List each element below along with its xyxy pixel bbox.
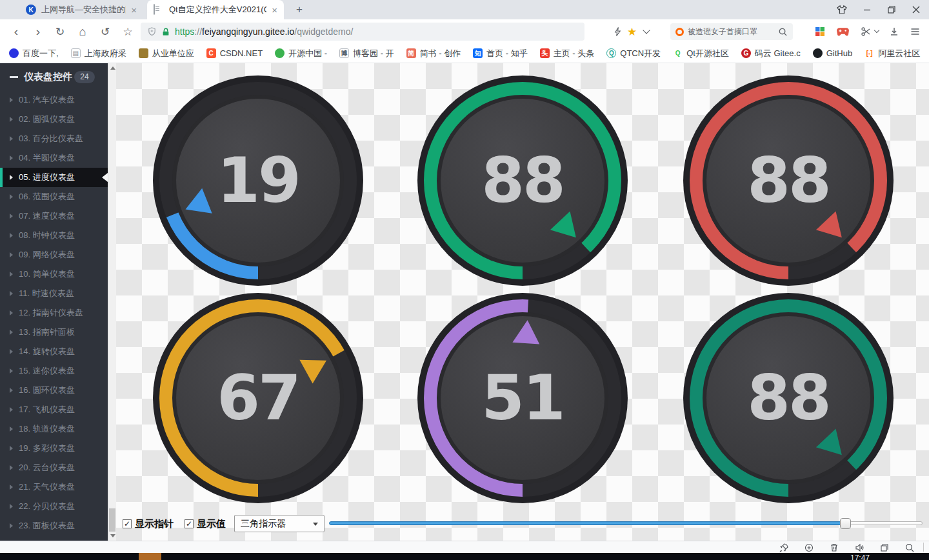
expand-arrow-icon [10, 291, 13, 296]
expand-arrow-icon [10, 97, 13, 103]
bookmark-item[interactable]: GitHub [813, 48, 852, 58]
sidebar-item-17[interactable]: 17. 飞机仪表盘 [0, 400, 108, 419]
sidebar-item-19[interactable]: 19. 多彩仪表盘 [0, 439, 108, 458]
bookmark-item[interactable]: ▤上海政府采 [71, 48, 126, 59]
forward-button[interactable]: › [30, 19, 46, 44]
sidebar-item-06[interactable]: 06. 范围仪表盘 [0, 187, 108, 206]
sidebar-item-02[interactable]: 02. 圆弧仪表盘 [0, 110, 108, 129]
trash-cleaner-icon[interactable] [829, 543, 839, 553]
back-button[interactable]: ‹ [8, 19, 25, 44]
chevron-down-icon[interactable] [644, 19, 649, 44]
expand-arrow-icon [10, 349, 13, 354]
expand-arrow-icon [10, 194, 13, 199]
show-pointer-checkbox[interactable]: ✓ [123, 519, 132, 528]
screenshot-scissors-icon[interactable] [861, 19, 871, 44]
bookmark-item[interactable]: [-]阿里云社区 [864, 48, 920, 59]
sidebar-item-16[interactable]: 16. 圆环仪表盘 [0, 381, 108, 400]
taskbar-active-app[interactable] [139, 553, 161, 560]
tab-nav-home[interactable]: K 上网导航—安全快捷的网址大 × [19, 0, 143, 19]
sidebar-item-04[interactable]: 04. 半圆仪表盘 [0, 148, 108, 168]
close-tab-icon[interactable]: × [272, 5, 277, 15]
sidebar-item-01[interactable]: 01. 汽车仪表盘 [0, 90, 108, 110]
progress-gauge-purple: 51 [417, 293, 628, 503]
gauge-menu-sidebar: 仪表盘控件 24 01. 汽车仪表盘 02. 圆弧仪表盘 03. 百分比仪表盘 … [0, 63, 116, 541]
apps-grid-icon[interactable] [815, 19, 825, 44]
home-button[interactable]: ⌂ [74, 19, 91, 44]
search-engine-icon [675, 28, 684, 36]
sidebar-item-09[interactable]: 09. 网络仪表盘 [0, 245, 108, 265]
bookmark-star-icon[interactable]: ☆ [119, 19, 136, 44]
volume-icon[interactable] [854, 543, 864, 553]
sidebar-item-07[interactable]: 07. 速度仪表盘 [0, 206, 108, 226]
menu-hamburger-icon[interactable] [910, 19, 921, 44]
scroll-up-icon[interactable] [110, 66, 115, 70]
expand-arrow-icon [10, 523, 13, 528]
bookmark-item[interactable]: QQt开源社区 [673, 48, 729, 59]
sidebar-item-13[interactable]: 13. 指南针面板 [0, 323, 108, 342]
show-value-checkbox[interactable]: ✓ [185, 519, 194, 528]
bookmark-item[interactable]: CCSDN.NET [206, 48, 263, 58]
scroll-down-icon[interactable] [110, 534, 115, 537]
gauge-value: 51 [417, 293, 628, 503]
tab-qwidgetdemo[interactable]: Qt自定义控件大全V2021(QQ × [147, 0, 284, 19]
bookmark-item[interactable]: QQTCN开发 [606, 48, 661, 59]
expand-arrow-icon [10, 310, 13, 315]
sidebar-item-15[interactable]: 15. 迷你仪表盘 [0, 361, 108, 381]
restore-button[interactable] [886, 5, 897, 15]
search-icon[interactable] [778, 27, 788, 37]
bookmark-item[interactable]: 简简书 - 创作 [406, 48, 461, 59]
sidebar-item-08[interactable]: 08. 时钟仪表盘 [0, 226, 108, 245]
sidebar-scrollbar[interactable] [108, 63, 116, 541]
url-text[interactable]: https://feiyangqingyun.gitee.io/qwidgetd… [175, 26, 353, 37]
expand-arrow-icon [10, 330, 13, 335]
games-gamepad-icon[interactable] [836, 19, 850, 44]
sidebar-group-header[interactable]: 仪表盘控件 24 [0, 63, 108, 90]
close-window-button[interactable] [911, 5, 921, 15]
combobox-dropdown-icon [313, 523, 318, 526]
sidebar-item-20[interactable]: 20. 云台仪表盘 [0, 458, 108, 477]
slider-filled-track[interactable] [329, 521, 845, 525]
indicator-style-combobox[interactable]: 三角指示器 [234, 515, 325, 532]
sidebar-item-12[interactable]: 12. 指南针仪表盘 [0, 303, 108, 323]
lightning-icon[interactable] [613, 19, 623, 44]
slider-empty-track[interactable] [845, 521, 923, 525]
zhihu-favicon: 知 [473, 48, 483, 58]
statusbar-divider [923, 543, 924, 552]
sidebar-item-03[interactable]: 03. 百分比仪表盘 [0, 129, 108, 148]
restore-session-icon[interactable]: ↺ [97, 19, 114, 44]
scrollbar-thumb[interactable] [109, 508, 115, 532]
address-bar[interactable]: https://feiyangqingyun.gitee.io/qwidgetd… [141, 23, 584, 41]
bookmark-item[interactable]: 博博客园 - 开 [339, 48, 394, 59]
sidebar-item-11[interactable]: 11. 时速仪表盘 [0, 284, 108, 303]
gauge-value: 67 [153, 293, 363, 503]
bookmark-item[interactable]: 百度一下, [9, 48, 59, 59]
sidebar-item-22[interactable]: 22. 分贝仪表盘 [0, 497, 108, 516]
sidebar-item-05-selected[interactable]: 05. 进度仪表盘 [0, 168, 116, 187]
search-box[interactable]: 被造谣女子首摘口罩 [670, 23, 793, 40]
sidebar-item-10[interactable]: 10. 简单仪表盘 [0, 265, 108, 284]
bookmark-item[interactable]: 从业单位应 [139, 48, 194, 59]
progress-gauge-green: 88 [417, 75, 628, 286]
sidebar-item-14[interactable]: 14. 旋转仪表盘 [0, 342, 108, 361]
sidebar-item-18[interactable]: 18. 轨道仪表盘 [0, 419, 108, 439]
speed-mode-icon[interactable] [804, 543, 814, 553]
search-hot-text[interactable]: 被造谣女子首摘口罩 [688, 26, 774, 37]
progress-gauge-blue: 19 [153, 75, 363, 286]
sidebar-item-23[interactable]: 23. 面板仪表盘 [0, 516, 108, 535]
multi-window-icon[interactable] [879, 543, 890, 553]
favorite-star-icon[interactable]: ★ [627, 19, 637, 44]
scissors-dropdown-icon[interactable] [875, 19, 879, 44]
new-tab-button[interactable]: + [292, 3, 307, 17]
value-slider[interactable] [329, 516, 923, 530]
shield-icon[interactable] [147, 26, 157, 37]
theme-shirt-icon[interactable] [836, 5, 848, 15]
reload-button[interactable]: ↻ [52, 19, 68, 44]
minimize-button[interactable] [862, 5, 872, 15]
slider-handle[interactable] [840, 518, 851, 529]
close-tab-icon[interactable]: × [131, 5, 137, 15]
page-search-icon[interactable] [904, 543, 915, 553]
rocket-boost-icon[interactable] [779, 543, 789, 553]
sidebar-item-21[interactable]: 21. 天气仪表盘 [0, 477, 108, 497]
download-icon[interactable] [889, 19, 899, 44]
windows-taskbar[interactable]: 17:47 [0, 553, 929, 560]
